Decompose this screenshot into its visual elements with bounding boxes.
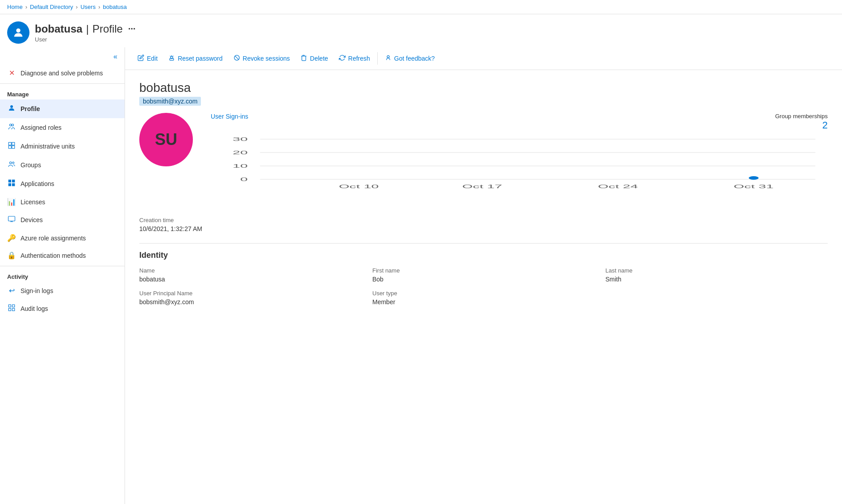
sidebar-item-groups[interactable]: Groups [0,156,125,174]
chart-svg: 30 20 10 0 Oct 10 Oct 17 Oct 24 Oct 31 [211,135,828,193]
svg-rect-11 [13,180,15,182]
field-name: Name bobatusa [139,267,362,283]
sidebar-item-devices[interactable]: Devices [0,211,125,229]
toolbar-separator [377,52,378,65]
field-last-name-label: Last name [605,267,828,274]
reset-password-button[interactable]: Reset password [163,51,228,66]
signin-logs-icon: ↩ [7,286,16,295]
sidebar-azure-role-label: Azure role assignments [21,235,86,242]
signins-chart: 30 20 10 0 Oct 10 Oct 17 Oct 24 Oct 31 [211,135,828,206]
sidebar-item-admin-units[interactable]: Administrative units [0,137,125,156]
group-memberships-count[interactable]: 2 [775,120,828,131]
applications-icon [7,179,16,189]
svg-rect-18 [13,309,15,311]
refresh-label: Refresh [348,55,370,62]
delete-button[interactable]: Delete [295,51,333,66]
sidebar-activity-label: Activity [0,268,125,282]
svg-rect-6 [8,146,11,149]
header-username: bobatusa [35,23,83,35]
licenses-icon: 📊 [7,198,16,206]
field-user-type-label: User type [372,290,595,297]
field-upn: User Principal Name bobsmith@xyz.com [139,290,362,306]
feedback-label: Got feedback? [394,55,435,62]
svg-text:Oct 17: Oct 17 [462,184,502,190]
sidebar-item-licenses[interactable]: 📊 Licenses [0,193,125,211]
sidebar-item-profile[interactable]: Profile [0,99,125,118]
sidebar-groups-label: Groups [21,161,41,169]
header-title-group: bobatusa | Profile ··· User [35,23,136,43]
group-memberships-panel: Group memberships 2 [775,113,828,131]
svg-point-2 [10,124,12,126]
sidebar-item-auth-methods[interactable]: 🔒 Authentication methods [0,247,125,264]
sidebar: « ✕ Diagnose and solve problems Manage P… [0,47,125,504]
svg-rect-16 [13,305,15,307]
signins-title[interactable]: User Sign-ins [211,113,248,120]
svg-point-3 [12,124,14,126]
field-first-name-label: First name [372,267,595,274]
svg-rect-4 [8,142,11,145]
breadcrumb-current: bobatusa [103,4,127,10]
svg-rect-15 [8,305,11,307]
more-options-button[interactable]: ··· [128,24,136,34]
svg-point-8 [10,162,12,164]
header-subtitle: User [35,36,136,43]
creation-label: Creation time [139,217,828,223]
sidebar-item-azure-role[interactable]: 🔑 Azure role assignments [0,229,125,247]
sidebar-manage-label: Manage [0,86,125,99]
sidebar-collapse-button[interactable]: « [0,51,125,64]
sidebar-divider-2 [0,266,125,266]
sidebar-audit-logs-label: Audit logs [21,305,48,312]
svg-text:30: 30 [233,136,248,142]
sidebar-licenses-label: Licenses [21,198,45,206]
refresh-button[interactable]: Refresh [333,51,375,66]
edit-icon [138,54,144,62]
sidebar-item-diagnose[interactable]: ✕ Diagnose and solve problems [0,64,125,82]
sidebar-admin-units-label: Administrative units [21,143,75,150]
sidebar-item-applications[interactable]: Applications [0,174,125,193]
svg-text:0: 0 [240,177,248,182]
svg-rect-14 [8,216,15,221]
field-last-name-value: Smith [605,276,828,283]
creation-section: Creation time 10/6/2021, 1:32:27 AM [139,217,828,232]
breadcrumb-sep-2: › [76,4,78,10]
field-upn-label: User Principal Name [139,290,362,297]
sidebar-item-assigned-roles[interactable]: Assigned roles [0,118,125,137]
main-content: bobatusa bobsmith@xyz.com SU User Sign-i… [125,70,842,504]
sidebar-item-audit-logs[interactable]: Audit logs [0,299,125,318]
breadcrumb-directory[interactable]: Default Directory [30,4,73,10]
sidebar-item-signin-logs[interactable]: ↩ Sign-in logs [0,282,125,299]
svg-point-9 [13,162,14,164]
svg-text:Oct 10: Oct 10 [339,184,379,190]
groups-icon [7,160,16,170]
sidebar-diagnose-label: Diagnose and solve problems [21,70,103,77]
edit-button[interactable]: Edit [132,51,163,66]
feedback-button[interactable]: Got feedback? [379,51,440,66]
breadcrumb-home[interactable]: Home [7,4,23,10]
delete-icon [300,54,307,62]
svg-rect-12 [8,184,11,186]
svg-text:Oct 24: Oct 24 [598,184,638,190]
admin-units-icon [7,141,16,151]
breadcrumb-sep-3: › [98,4,100,10]
header-title: bobatusa | Profile ··· [35,23,136,35]
sidebar-auth-methods-label: Authentication methods [21,252,86,259]
breadcrumb-users[interactable]: Users [80,4,96,10]
reset-password-label: Reset password [178,55,222,62]
delete-label: Delete [310,55,328,62]
revoke-sessions-button[interactable]: Revoke sessions [228,51,296,66]
page-header: bobatusa | Profile ··· User [0,14,842,47]
svg-point-0 [16,29,20,33]
svg-point-1 [10,105,13,108]
sidebar-divider-1 [0,83,125,84]
identity-grid: Name bobatusa First name Bob Last name S… [139,267,828,306]
main-layout: « ✕ Diagnose and solve problems Manage P… [0,47,842,504]
signins-header: User Sign-ins Group memberships 2 [211,113,828,131]
creation-value: 10/6/2021, 1:32:27 AM [139,225,828,232]
header-divider: | [86,23,89,35]
chart-data-point [749,176,759,180]
main-user-email[interactable]: bobsmith@xyz.com [139,97,201,106]
svg-line-22 [235,56,239,60]
header-page-type: Profile [92,23,123,35]
feedback-icon [385,54,392,62]
identity-title: Identity [139,251,828,260]
